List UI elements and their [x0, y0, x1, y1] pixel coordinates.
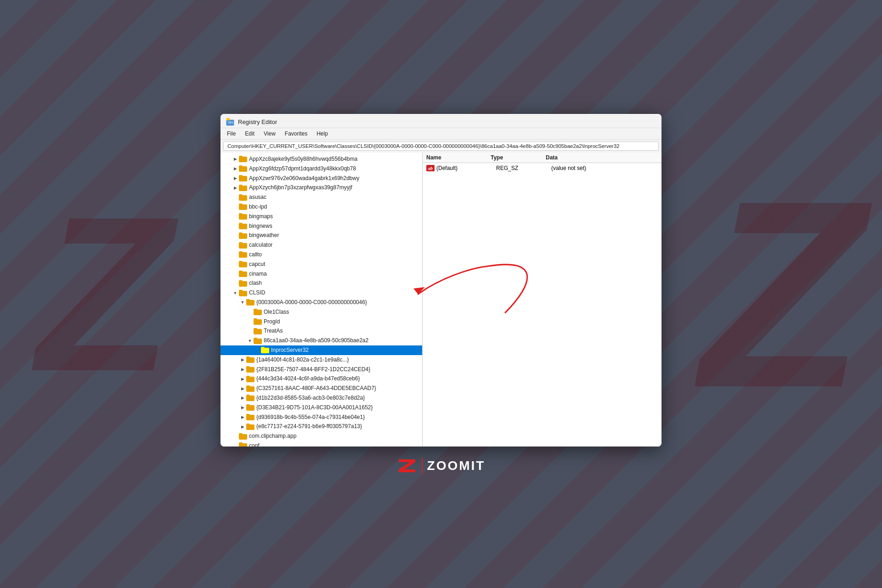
tree-item-d3e34b21[interactable]: {D3E34B21-9D75-101A-8C3D-00AA001A1652}: [220, 403, 422, 413]
expand-arrow[interactable]: [246, 337, 254, 345]
item-label: AppXzych6jbn7p3xzarpfwgxas39g87myyjf: [249, 184, 352, 192]
folder-icon: [239, 185, 247, 191]
folder-icon: [254, 318, 262, 325]
expand-arrow[interactable]: [239, 299, 246, 306]
menu-view[interactable]: View: [259, 129, 280, 138]
tree-item-bbc[interactable]: bbc-ipd: [220, 202, 422, 212]
window-icon: REG: [226, 118, 234, 126]
item-label: com.clipchamp.app: [249, 432, 296, 440]
menu-favorites[interactable]: Favorites: [280, 129, 312, 138]
brand-name: ZOOMIT: [427, 458, 486, 473]
tree-item-cinama[interactable]: cinama: [220, 269, 422, 279]
tree-item-clsid[interactable]: CLSID: [220, 288, 422, 298]
expand-arrow[interactable]: [239, 394, 246, 401]
menu-edit[interactable]: Edit: [240, 129, 259, 138]
tree-item-clash[interactable]: clash: [220, 278, 422, 288]
expand-arrow[interactable]: [232, 165, 239, 172]
tree-item-callto[interactable]: callto: [220, 250, 422, 260]
item-label: {D3E34B21-9D75-101A-8C3D-00AA001A1652}: [256, 404, 373, 412]
window-title: Registry Editor: [238, 119, 277, 125]
bg-z-right: Z: [701, 161, 864, 427]
folder-icon: [239, 194, 247, 201]
expand-arrow[interactable]: [239, 423, 246, 430]
tree-item-d936918b[interactable]: {d936918b-9c4b-555e-074a-c79314be04e1}: [220, 413, 422, 422]
expand-arrow[interactable]: [239, 375, 246, 383]
tree-item-appxzy[interactable]: AppXzych6jbn7p3xzarpfwgxas39g87myyjf: [220, 183, 422, 192]
registry-editor-window: REG Registry Editor File Edit View Favor…: [220, 114, 662, 447]
tree-item-appxzg[interactable]: AppXzg6fdzp57dpmt1dqardd3y48kkx0qb78: [220, 164, 422, 174]
value-type-icon: ab: [426, 165, 435, 171]
tree-item-appxzc[interactable]: AppXzc8ajeke9yt5s0y88h6hvwqd556b4bma: [220, 154, 422, 164]
tree-item-treatas[interactable]: TreatAs: [220, 326, 422, 336]
item-label: TreatAs: [264, 327, 283, 335]
tree-item-comclipchamp[interactable]: com.clipchamp.app: [220, 431, 422, 441]
tree-item-ole1class[interactable]: Ole1Class: [220, 307, 422, 317]
tree-item-clsid0003[interactable]: {0003000A-0000-0000-C000-000000000046}: [220, 298, 422, 307]
brand-separator: [422, 458, 423, 474]
expand-arrow[interactable]: [239, 356, 246, 363]
svg-rect-1: [226, 118, 230, 120]
folder-icon: [239, 223, 247, 229]
folder-icon: [254, 309, 262, 315]
tree-item-capcut[interactable]: capcut: [220, 260, 422, 269]
registry-value-row[interactable]: ab (Default) REG_SZ (value not set): [423, 163, 662, 173]
folder-icon: [246, 299, 254, 305]
item-label: bingmaps: [249, 213, 273, 220]
folder-icon: [246, 404, 254, 411]
tree-item-1a46400f[interactable]: {1a46400f-4c81-802a-c2c1-1e9a8c...}: [220, 355, 422, 365]
menu-help[interactable]: Help: [312, 129, 333, 138]
tree-item-bingweather[interactable]: bingweather: [220, 231, 422, 240]
expand-arrow[interactable]: [239, 413, 246, 421]
tree-item-e8c77137[interactable]: {e8c77137-e224-5791-b6e9-ff0305797a13}: [220, 422, 422, 431]
tree-item-bingnews[interactable]: bingnews: [220, 221, 422, 231]
tree-item-asusac[interactable]: asusac: [220, 192, 422, 202]
item-label: {2F81B25E-7507-4844-BFF2-1D2CC24CED4}: [256, 366, 370, 373]
folder-icon: [239, 175, 247, 181]
item-label: {444c3d34-4024-4c6f-a9da-b47ed58ceb6}: [256, 375, 360, 383]
folder-icon: [239, 213, 247, 220]
value-type: REG_SZ: [496, 165, 551, 171]
item-label: {0003000A-0000-0000-C000-000000000046}: [256, 299, 367, 306]
tree-item-c3257161[interactable]: {C3257161-8AAC-480F-A643-4DDE5EBCAAD7}: [220, 384, 422, 393]
tree-item-progid[interactable]: ProgId: [220, 317, 422, 327]
col-header-name: Name: [426, 154, 491, 161]
tree-item-conf[interactable]: conf: [220, 441, 422, 447]
folder-icon: [261, 347, 269, 353]
folder-icon: [239, 290, 247, 296]
tree-item-inprocserver32[interactable]: InprocServer32: [220, 345, 422, 355]
registry-values-panel: Name Type Data ab (Default) REG_SZ (valu…: [423, 153, 662, 447]
folder-icon: [246, 366, 254, 373]
tree-item-2f81b25e[interactable]: {2F81B25E-7507-4844-BFF2-1D2CC24CED4}: [220, 365, 422, 374]
expand-arrow[interactable]: [239, 366, 246, 373]
tree-item-444c3d34[interactable]: {444c3d34-4024-4c6f-a9da-b47ed58ceb6}: [220, 374, 422, 384]
expand-arrow[interactable]: [232, 155, 239, 163]
bg-z-left: Z: [37, 184, 162, 404]
svg-marker-5: [399, 459, 415, 472]
expand-arrow[interactable]: [239, 385, 246, 392]
tree-item-calculator[interactable]: calculator: [220, 240, 422, 250]
tree-item-d1b22d3d[interactable]: {d1b22d3d-8585-53a6-acb3-0e803c7e8d2a}: [220, 393, 422, 403]
menu-file[interactable]: File: [222, 129, 240, 138]
folder-icon: [239, 271, 247, 277]
folder-icon: [239, 261, 247, 267]
tree-item-appxzw[interactable]: AppXzwr976v2e060wada4gabrk1x69h2dbwy: [220, 174, 422, 183]
folder-icon: [246, 395, 254, 401]
item-label-clash: clash: [249, 279, 262, 287]
item-label: calculator: [249, 241, 272, 249]
tree-item-bingmaps[interactable]: bingmaps: [220, 212, 422, 221]
item-label: {C3257161-8AAC-480F-A643-4DDE5EBCAAD7}: [256, 384, 376, 392]
item-label: cinama: [249, 270, 267, 278]
item-label: callto: [249, 251, 262, 259]
registry-tree[interactable]: AppXzc8ajeke9yt5s0y88h6hvwqd556b4bma App…: [220, 153, 423, 447]
expand-arrow[interactable]: [232, 175, 239, 182]
expand-arrow[interactable]: [239, 404, 246, 411]
expand-arrow[interactable]: [232, 184, 239, 192]
tree-item-86ca[interactable]: 86ca1aa0-34aa-4e8b-a509-50c905bae2a2: [220, 336, 422, 345]
folder-icon: [239, 165, 247, 172]
folder-icon: [246, 424, 254, 430]
address-bar[interactable]: Computer\HKEY_CURRENT_USER\Software\Clas…: [223, 141, 659, 151]
item-label: AppXzg6fdzp57dpmt1dqardd3y48kkx0qb78: [249, 165, 356, 173]
item-label: {d936918b-9c4b-555e-074a-c79314be04e1}: [256, 413, 365, 421]
branding: ZOOMIT: [397, 458, 486, 474]
expand-arrow[interactable]: [232, 289, 239, 297]
